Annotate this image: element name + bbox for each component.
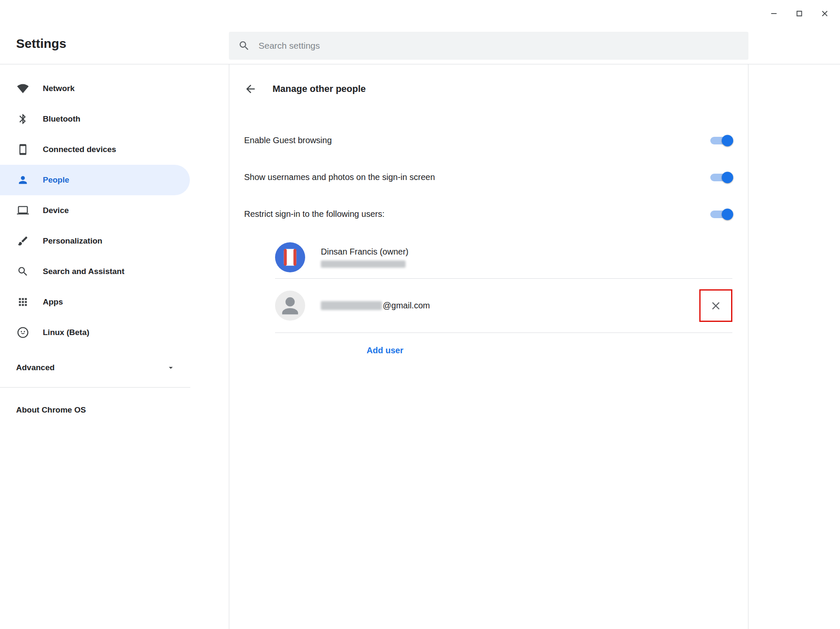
- owner-avatar: [275, 242, 305, 272]
- sidebar-item-search-assistant[interactable]: Search and Assistant: [0, 256, 190, 287]
- chevron-down-icon: [166, 363, 175, 372]
- toggle-knob: [722, 135, 733, 146]
- sidebar-item-device[interactable]: Device: [0, 195, 190, 226]
- app-header: Settings: [0, 0, 840, 64]
- sidebar-item-label: Network: [43, 84, 75, 93]
- advanced-label: Advanced: [16, 363, 55, 372]
- guest-browsing-toggle[interactable]: [710, 137, 732, 144]
- remove-user-highlight-box: [699, 289, 732, 322]
- setting-label: Enable Guest browsing: [244, 136, 332, 145]
- sidebar-item-label: Search and Assistant: [43, 267, 125, 276]
- brush-icon: [17, 235, 29, 247]
- generic-user-avatar: [275, 291, 305, 321]
- sidebar-item-bluetooth[interactable]: Bluetooth: [0, 104, 190, 134]
- sidebar-item-network[interactable]: Network: [0, 73, 190, 104]
- owner-info: Dinsan Francis (owner): [321, 247, 409, 268]
- toggle-knob: [722, 208, 733, 220]
- search-bar[interactable]: [229, 32, 748, 60]
- remove-user-button[interactable]: [706, 296, 726, 316]
- setting-row-guest-browsing: Enable Guest browsing: [229, 122, 748, 159]
- add-user-button[interactable]: Add user: [367, 346, 403, 355]
- sidebar-item-advanced[interactable]: Advanced: [0, 352, 190, 383]
- close-icon: [709, 299, 722, 312]
- close-window-button[interactable]: [815, 4, 834, 23]
- sidebar-item-about-chrome-os[interactable]: About Chrome OS: [0, 395, 190, 425]
- sidebar-item-label: People: [43, 175, 69, 185]
- sidebar-item-label: Connected devices: [43, 145, 116, 154]
- maximize-icon: [795, 9, 804, 18]
- sidebar-item-label: Personalization: [43, 236, 102, 246]
- page-title: Manage other people: [273, 83, 366, 94]
- bluetooth-icon: [17, 113, 29, 125]
- sidebar-item-connected-devices[interactable]: Connected devices: [0, 134, 190, 165]
- show-usernames-toggle[interactable]: [710, 174, 732, 181]
- maximize-button[interactable]: [790, 4, 809, 23]
- back-button[interactable]: [241, 80, 260, 98]
- smartphone-icon: [17, 144, 29, 155]
- person-icon: [17, 174, 29, 186]
- search-icon: [17, 266, 29, 277]
- owner-name: Dinsan Francis (owner): [321, 247, 409, 257]
- setting-row-restrict-signin: Restrict sign-in to the following users:: [229, 196, 748, 233]
- settings-rows: Enable Guest browsing Show usernames and…: [229, 122, 748, 233]
- setting-label: Show usernames and photos on the sign-in…: [244, 172, 435, 182]
- sidebar-item-label: Linux (Beta): [43, 328, 89, 337]
- setting-label: Restrict sign-in to the following users:: [244, 209, 384, 219]
- sidebar-item-personalization[interactable]: Personalization: [0, 226, 190, 256]
- user-row-secondary: @gmail.com: [275, 279, 732, 333]
- sidebar-item-apps[interactable]: Apps: [0, 287, 190, 317]
- page-header: Manage other people: [229, 64, 748, 113]
- window-controls: [765, 4, 834, 23]
- sidebar-divider: [0, 387, 190, 388]
- user-row-owner: Dinsan Francis (owner): [275, 236, 732, 278]
- settings-sidebar: Network Bluetooth Connected devices Peop…: [0, 64, 229, 629]
- close-icon: [820, 9, 829, 18]
- app-title: Settings: [16, 36, 66, 51]
- search-input[interactable]: [258, 40, 739, 51]
- sidebar-item-label: Bluetooth: [43, 114, 81, 124]
- redacted-email-prefix: [321, 301, 382, 310]
- secondary-user-email: @gmail.com: [321, 301, 430, 310]
- search-icon: [238, 40, 250, 52]
- sidebar-item-label: Device: [43, 206, 69, 215]
- apps-grid-icon: [17, 296, 29, 308]
- redacted-owner-email: [321, 260, 406, 268]
- sidebar-item-linux[interactable]: Linux (Beta): [0, 317, 190, 348]
- penguin-icon: [17, 327, 29, 338]
- sidebar-item-label: Apps: [43, 297, 63, 307]
- email-visible-suffix: @gmail.com: [383, 301, 430, 310]
- about-label: About Chrome OS: [16, 405, 86, 415]
- user-list: Dinsan Francis (owner) @gmail.com: [275, 236, 732, 355]
- main-content: Manage other people Enable Guest browsin…: [229, 64, 748, 629]
- restrict-signin-toggle[interactable]: [710, 211, 732, 218]
- wifi-icon: [17, 83, 29, 94]
- back-arrow-icon: [244, 83, 257, 95]
- minimize-icon: [769, 9, 779, 18]
- minimize-button[interactable]: [765, 4, 783, 23]
- sidebar-item-people[interactable]: People: [0, 165, 190, 195]
- setting-row-show-usernames: Show usernames and photos on the sign-in…: [229, 159, 748, 196]
- toggle-knob: [722, 172, 733, 183]
- laptop-icon: [17, 205, 29, 216]
- list-divider: [275, 333, 732, 333]
